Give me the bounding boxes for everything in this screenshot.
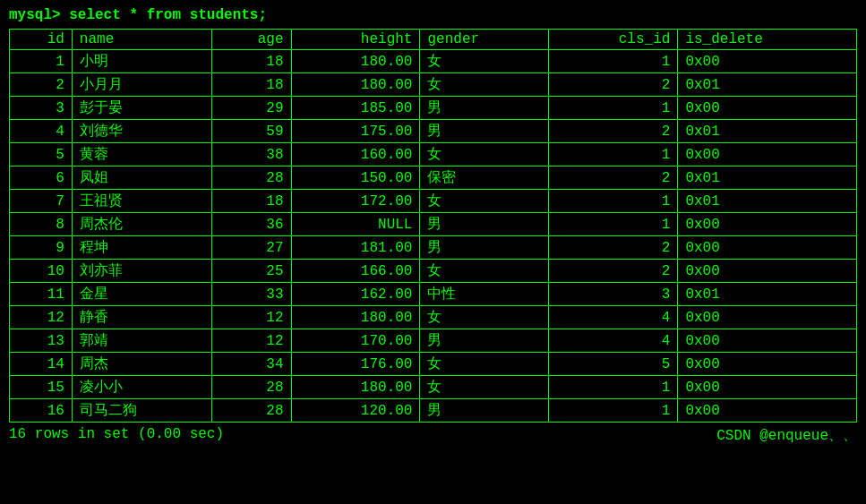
- cell-id: 9: [10, 236, 73, 260]
- cell-name: 凤姐: [72, 167, 211, 190]
- cell-age: 18: [212, 50, 291, 73]
- cell-age: 25: [212, 260, 291, 283]
- cell-height: 180.00: [291, 306, 420, 329]
- cell-is_delete: 0x00: [678, 50, 857, 73]
- cell-height: 172.00: [291, 190, 420, 213]
- cell-gender: 男: [420, 329, 549, 353]
- cell-gender: 女: [420, 73, 549, 97]
- footer-right: CSDN @enqueue、、: [716, 426, 857, 445]
- cell-gender: 男: [420, 120, 549, 143]
- table-row: 4刘德华59175.00男20x01: [10, 120, 857, 143]
- cell-age: 36: [212, 213, 291, 236]
- cell-id: 11: [10, 283, 73, 306]
- cell-id: 14: [10, 353, 73, 376]
- cell-name: 凌小小: [72, 376, 211, 399]
- cell-cls_id: 1: [549, 376, 678, 399]
- cell-name: 小明: [72, 50, 211, 73]
- footer: 16 rows in set (0.00 sec) CSDN @enqueue、…: [9, 426, 857, 445]
- cell-age: 38: [212, 143, 291, 167]
- cell-cls_id: 1: [549, 190, 678, 213]
- cell-id: 2: [10, 73, 73, 97]
- cell-age: 27: [212, 236, 291, 260]
- cell-gender: 男: [420, 236, 549, 260]
- cell-is_delete: 0x00: [678, 376, 857, 399]
- cell-height: NULL: [291, 213, 420, 236]
- cell-is_delete: 0x01: [678, 190, 857, 213]
- cell-gender: 女: [420, 190, 549, 213]
- cell-is_delete: 0x00: [678, 399, 857, 423]
- command-line: mysql> select * from students;: [9, 7, 857, 23]
- cell-gender: 男: [420, 213, 549, 236]
- cell-height: 170.00: [291, 329, 420, 353]
- cell-gender: 女: [420, 260, 549, 283]
- cell-is_delete: 0x00: [678, 353, 857, 376]
- cell-id: 7: [10, 190, 73, 213]
- cell-name: 刘德华: [72, 120, 211, 143]
- table-header-row: id name age height gender cls_id is_dele…: [10, 30, 857, 50]
- cell-cls_id: 2: [549, 236, 678, 260]
- cell-id: 16: [10, 399, 73, 423]
- cell-id: 15: [10, 376, 73, 399]
- cell-id: 1: [10, 50, 73, 73]
- cell-cls_id: 2: [549, 260, 678, 283]
- cell-name: 静香: [72, 306, 211, 329]
- table-row: 7王祖贤18172.00女10x01: [10, 190, 857, 213]
- cell-id: 10: [10, 260, 73, 283]
- cell-gender: 中性: [420, 283, 549, 306]
- cell-is_delete: 0x00: [678, 213, 857, 236]
- cell-name: 黄蓉: [72, 143, 211, 167]
- cell-age: 33: [212, 283, 291, 306]
- cell-is_delete: 0x00: [678, 97, 857, 120]
- cell-is_delete: 0x00: [678, 236, 857, 260]
- cell-is_delete: 0x01: [678, 73, 857, 97]
- table-row: 6凤姐28150.00保密20x01: [10, 167, 857, 190]
- cell-id: 8: [10, 213, 73, 236]
- cell-gender: 保密: [420, 167, 549, 190]
- cell-gender: 男: [420, 399, 549, 423]
- table-row: 13郭靖12170.00男40x00: [10, 329, 857, 353]
- col-header-name: name: [72, 30, 211, 50]
- table-row: 14周杰34176.00女50x00: [10, 353, 857, 376]
- table-row: 2小月月18180.00女20x01: [10, 73, 857, 97]
- cell-name: 周杰伦: [72, 213, 211, 236]
- cell-name: 程坤: [72, 236, 211, 260]
- cell-gender: 男: [420, 97, 549, 120]
- cell-id: 3: [10, 97, 73, 120]
- col-header-gender: gender: [420, 30, 549, 50]
- cell-cls_id: 2: [549, 73, 678, 97]
- cell-height: 162.00: [291, 283, 420, 306]
- table-row: 1小明18180.00女10x00: [10, 50, 857, 73]
- col-header-age: age: [212, 30, 291, 50]
- cell-age: 28: [212, 376, 291, 399]
- cell-cls_id: 1: [549, 97, 678, 120]
- cell-age: 12: [212, 329, 291, 353]
- cell-id: 6: [10, 167, 73, 190]
- cell-name: 王祖贤: [72, 190, 211, 213]
- cell-gender: 女: [420, 143, 549, 167]
- cell-height: 180.00: [291, 376, 420, 399]
- cell-cls_id: 4: [549, 306, 678, 329]
- col-header-id: id: [10, 30, 73, 50]
- cell-gender: 女: [420, 306, 549, 329]
- cell-height: 150.00: [291, 167, 420, 190]
- table-row: 11金星33162.00中性30x01: [10, 283, 857, 306]
- cell-name: 金星: [72, 283, 211, 306]
- table-row: 12静香12180.00女40x00: [10, 306, 857, 329]
- table-row: 3彭于晏29185.00男10x00: [10, 97, 857, 120]
- cell-is_delete: 0x00: [678, 329, 857, 353]
- cell-id: 13: [10, 329, 73, 353]
- cell-height: 175.00: [291, 120, 420, 143]
- cell-height: 166.00: [291, 260, 420, 283]
- cell-name: 司马二狗: [72, 399, 211, 423]
- cell-age: 18: [212, 73, 291, 97]
- cell-gender: 女: [420, 353, 549, 376]
- cell-name: 周杰: [72, 353, 211, 376]
- cell-cls_id: 1: [549, 213, 678, 236]
- cell-height: 181.00: [291, 236, 420, 260]
- cell-id: 4: [10, 120, 73, 143]
- col-header-is_delete: is_delete: [678, 30, 857, 50]
- cell-name: 小月月: [72, 73, 211, 97]
- col-header-cls_id: cls_id: [549, 30, 678, 50]
- cell-is_delete: 0x01: [678, 120, 857, 143]
- cell-is_delete: 0x00: [678, 143, 857, 167]
